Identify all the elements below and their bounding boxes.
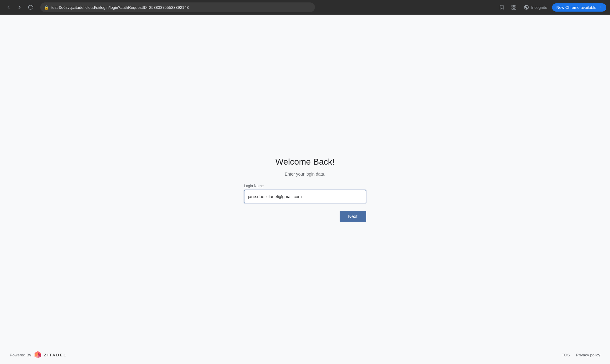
nav-buttons xyxy=(4,2,35,12)
zitadel-logo: ZITADEL xyxy=(34,351,67,359)
back-button[interactable] xyxy=(4,2,13,12)
welcome-title: Welcome Back! xyxy=(276,157,335,167)
login-name-input[interactable] xyxy=(244,190,366,203)
powered-by-label: Powered By xyxy=(10,353,31,357)
svg-rect-3 xyxy=(514,8,516,9)
reload-button[interactable] xyxy=(26,2,35,12)
login-name-label: Login Name xyxy=(244,184,366,188)
tos-link[interactable]: TOS xyxy=(562,353,570,357)
svg-rect-2 xyxy=(512,8,514,9)
form-group: Login Name xyxy=(244,184,366,203)
zitadel-icon xyxy=(34,351,42,359)
bookmark-button[interactable] xyxy=(497,2,507,12)
powered-by: Powered By ZITADEL xyxy=(10,351,67,359)
new-chrome-dots: ⋮ xyxy=(598,5,602,10)
address-bar-container: 🔒 test-0o6zvq.zitadel.cloud/ui/login/log… xyxy=(40,2,315,12)
page-content: Welcome Back! Enter your login data. Log… xyxy=(0,15,610,364)
incognito-button[interactable]: Incognito xyxy=(521,3,550,11)
new-chrome-button[interactable]: New Chrome available ⋮ xyxy=(552,3,606,12)
login-container: Welcome Back! Enter your login data. Log… xyxy=(244,157,366,222)
new-chrome-label: New Chrome available xyxy=(556,5,596,10)
next-button[interactable]: Next xyxy=(340,211,366,222)
privacy-link[interactable]: Privacy policy xyxy=(576,353,600,357)
url-text: test-0o6zvq.zitadel.cloud/ui/login/login… xyxy=(51,5,189,10)
svg-rect-1 xyxy=(514,5,516,7)
browser-chrome: 🔒 test-0o6zvq.zitadel.cloud/ui/login/log… xyxy=(0,0,610,15)
page-footer: Powered By ZITADEL TOS Privacy policy xyxy=(0,346,610,364)
zitadel-name: ZITADEL xyxy=(44,353,67,357)
next-btn-container: Next xyxy=(244,211,366,222)
tab-search-button[interactable] xyxy=(509,2,519,12)
browser-actions: Incognito New Chrome available ⋮ xyxy=(497,2,606,12)
forward-button[interactable] xyxy=(15,2,24,12)
lock-icon: 🔒 xyxy=(44,5,49,10)
svg-rect-0 xyxy=(512,5,514,7)
subtitle: Enter your login data. xyxy=(285,172,325,177)
incognito-label: Incognito xyxy=(531,5,547,10)
footer-links: TOS Privacy policy xyxy=(562,353,600,357)
address-bar[interactable]: 🔒 test-0o6zvq.zitadel.cloud/ui/login/log… xyxy=(40,2,315,12)
